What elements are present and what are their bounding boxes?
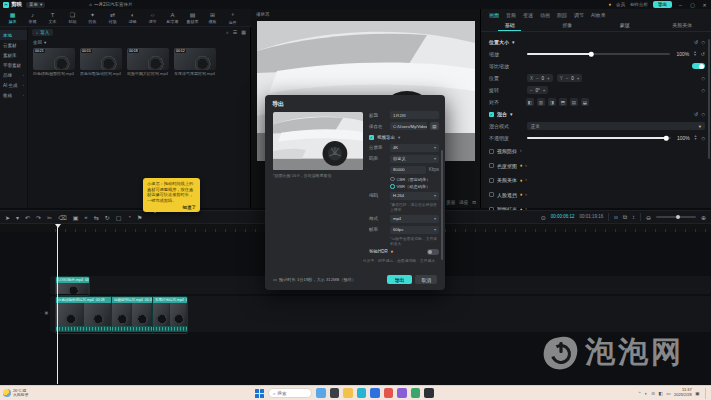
fps-dropdown[interactable]: 60fps ▾	[390, 226, 439, 234]
opacity-stepper[interactable]: ▲▼	[694, 135, 697, 142]
app-taskview[interactable]	[316, 388, 326, 398]
sidebar-cloud[interactable]: 云素材 ›	[0, 40, 27, 50]
ribbon-library[interactable]: ▤ 素材库	[183, 11, 202, 24]
plus-icon[interactable]: +	[577, 76, 580, 81]
ribbon-plugin[interactable]: ＋ 插件	[223, 10, 242, 25]
sidebar-library[interactable]: 素材库 ›	[0, 50, 27, 60]
track-lock-icon[interactable]: ▣	[44, 310, 48, 315]
main-clip[interactable]: 轮毂细节特写.mp4 00:26	[112, 297, 152, 333]
cancel-button[interactable]: 取消	[415, 275, 437, 284]
app-mail[interactable]	[397, 388, 407, 398]
export-confirm-button[interactable]: 导出	[387, 275, 413, 284]
freeze-frame-icon[interactable]: ▣	[73, 214, 79, 221]
subtab-mask[interactable]: 蒙版	[596, 20, 654, 31]
tray-onedrive-icon[interactable]: ◐	[645, 391, 648, 396]
tab-audio[interactable]: 音频	[506, 12, 516, 18]
tray-network-icon[interactable]: ⊙	[651, 391, 655, 396]
ratio-lock-toggle[interactable]	[692, 63, 705, 70]
redo-icon[interactable]: ↷	[36, 214, 41, 221]
hdr-toggle[interactable]	[427, 249, 439, 255]
白色轿跑侧面特写.mp4[interactable]: 00:21 白色轿跑侧面特写.mp4	[33, 48, 75, 76]
playhead-handle[interactable]	[55, 224, 61, 228]
section-checkbox[interactable]	[489, 192, 494, 197]
app-explorer[interactable]	[343, 388, 353, 398]
keyframe-icon[interactable]: ◇	[701, 135, 705, 142]
menu-button[interactable]: 菜单 ▾	[26, 2, 45, 8]
video-export-checkbox[interactable]: ✓	[369, 135, 374, 140]
grid-view-icon[interactable]: ▦	[241, 29, 246, 36]
search-icon[interactable]: ⌕	[226, 29, 229, 36]
app-wechat[interactable]	[411, 388, 421, 398]
magnet-icon[interactable]: ʊ	[614, 214, 617, 220]
split-icon[interactable]: ✂	[47, 214, 52, 221]
codec-dropdown[interactable]: H.264 ▾	[390, 192, 439, 200]
cbr-radio-row[interactable]: CBR（固定码率）	[390, 177, 439, 182]
keyframe-icon[interactable]: ◇	[701, 75, 705, 81]
scale-stepper[interactable]: ▲▼	[693, 51, 696, 58]
analysis-link[interactable]: 创作分析	[630, 2, 648, 8]
timeline-zoom-slider[interactable]	[656, 216, 696, 218]
sidebar-ai[interactable]: AI 生成 ›	[0, 80, 27, 90]
preview-axis-icon[interactable]: ↕	[632, 214, 635, 220]
tab-animation[interactable]: 动画	[540, 12, 550, 18]
tray-hidden-icons[interactable]: ⌃	[638, 391, 642, 396]
vbr-radio-row[interactable]: VBR（动态码率）	[390, 184, 439, 189]
close-button[interactable]: ✕	[701, 2, 708, 8]
reset-icon[interactable]: ↺	[694, 111, 698, 117]
subtab-basic[interactable]: 基础	[481, 20, 539, 31]
subtab-beauty[interactable]: 美颜美体	[654, 20, 711, 31]
align-top-button[interactable]: ⬒	[559, 98, 567, 106]
subtab-cutout[interactable]: 抠像	[539, 20, 597, 31]
format-dropdown[interactable]: mp4 ▾	[390, 215, 439, 223]
tab-speed[interactable]: 变速	[523, 12, 533, 18]
keyframe-icon[interactable]: ◇	[701, 39, 705, 45]
section-face[interactable]: 人脸遮挡 ♦ ›	[489, 188, 705, 203]
minus-icon[interactable]: –	[530, 88, 533, 93]
section-checkbox[interactable]	[489, 178, 494, 183]
ribbon-template[interactable]: ⊞ 模板	[203, 11, 222, 24]
ribbon-audio[interactable]: ♪ 音频	[23, 12, 42, 24]
ribbon-sticker[interactable]: ❏ 贴纸	[63, 11, 82, 24]
app-edge[interactable]	[357, 388, 367, 398]
ribbon-transition[interactable]: ⇄ 转场	[103, 11, 122, 24]
quality-selector[interactable]: 原画	[446, 200, 455, 205]
前脸中网大灯特写.mp4[interactable]: 00:18 前脸中网大灯特写.mp4	[127, 48, 169, 76]
opacity-slider[interactable]	[527, 137, 671, 139]
sidebar-local[interactable]: 本地 ›	[0, 30, 27, 40]
crop-icon[interactable]: ▢	[116, 214, 122, 221]
ribbon-ai-caption[interactable]: A AI字幕	[163, 12, 182, 24]
minus-icon[interactable]: –	[566, 76, 569, 81]
黑色轮毂旋转特写.mp4[interactable]: 00:15 黑色轮毂旋转特写.mp4	[80, 48, 122, 76]
record-mic-icon[interactable]: ⊙	[541, 214, 546, 221]
zoom-out-icon[interactable]: ⊖	[646, 214, 651, 221]
media-filter[interactable]: 全部 ▾	[28, 38, 250, 46]
keyframe-icon[interactable]: ◇	[701, 111, 705, 117]
list-view-icon[interactable]: ☰	[233, 29, 237, 36]
ribbon-adjust[interactable]: ☼ 调节	[143, 12, 162, 24]
position-y-stepper[interactable]: Y – 0 +	[557, 74, 583, 82]
position-x-stepper[interactable]: X – 0 +	[527, 74, 553, 82]
plus-icon[interactable]: +	[547, 76, 550, 81]
delete-icon[interactable]: ⌫	[58, 214, 66, 221]
keyframe-icon[interactable]: ◇	[701, 87, 705, 93]
ribbon-filter[interactable]: ◐ 滤镜	[123, 12, 142, 24]
tab-video[interactable]: 画面	[489, 12, 499, 18]
blend-mode-dropdown[interactable]: 正常 ▾	[527, 122, 705, 131]
undo-icon[interactable]: ↶	[25, 214, 30, 221]
inspector-scrollbar[interactable]	[708, 39, 710, 159]
minimize-button[interactable]: –	[677, 2, 684, 8]
bitrate-value-input[interactable]: 80000	[390, 166, 426, 174]
cbr-radio[interactable]	[390, 177, 395, 182]
marker-icon[interactable]: ⚑	[137, 214, 142, 221]
reset-icon[interactable]: ↺	[701, 51, 705, 58]
resolution-dropdown[interactable]: 4K ▾	[390, 144, 439, 152]
track-hide-icon[interactable]: ◌	[40, 310, 42, 315]
section-beauty[interactable]: 美颜美体 ♦ ›	[489, 173, 705, 188]
rotate-icon[interactable]: ↻	[105, 214, 110, 221]
link-icon[interactable]: ⧉	[623, 214, 627, 221]
vbr-radio[interactable]	[390, 184, 395, 189]
taskbar-weather-widget[interactable]: 26°C 晴 大风预警	[3, 389, 28, 398]
title-field[interactable]: 1月2日	[390, 111, 439, 119]
minus-icon[interactable]: –	[536, 76, 539, 81]
section-checkbox[interactable]	[489, 163, 494, 168]
